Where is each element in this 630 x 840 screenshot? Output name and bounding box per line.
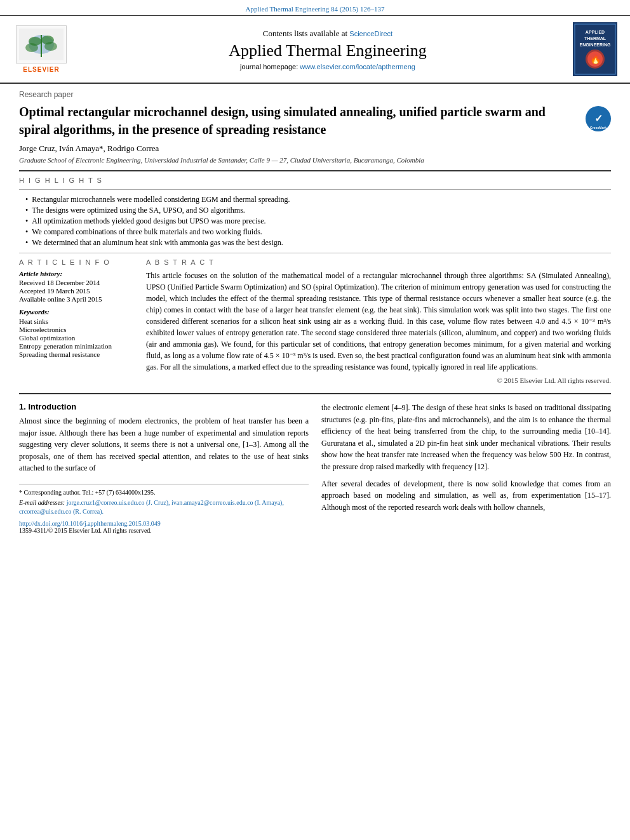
svg-text:APPLIED: APPLIED (586, 30, 605, 34)
abstract-heading: A B S T R A C T (146, 258, 611, 266)
highlight-item-2: The designs were optimized using the SA,… (25, 206, 611, 215)
article-info-col: A R T I C L E I N F O Article history: R… (19, 258, 133, 384)
intro-paragraph-3: After several decades of development, th… (321, 478, 611, 514)
abstract-text: This article focuses on the solution of … (146, 270, 611, 373)
footnote-email-label: E-mail addresses: (19, 499, 65, 506)
highlights-top-divider (19, 189, 611, 190)
abstract-col: A B S T R A C T This article focuses on … (146, 258, 611, 384)
journal-ref-text: Applied Thermal Engineering 84 (2015) 12… (246, 5, 385, 13)
svg-text:THERMAL: THERMAL (584, 36, 607, 41)
elsevier-brand-text: ELSEVIER (23, 66, 59, 73)
crossmark-badge: ✓ CrossMark (586, 106, 611, 131)
article-info-heading: A R T I C L E I N F O (19, 258, 133, 266)
keyword-4: Entropy generation minimization (19, 342, 133, 350)
received-date: Received 18 December 2014 (19, 279, 133, 286)
journal-banner: ELSEVIER Contents lists available at Sci… (0, 16, 630, 84)
authors-text: Jorge Cruz, Iván Amaya*, Rodrigo Correa (19, 143, 159, 153)
intro-paragraph-1: Almost since the beginning of modern ele… (19, 415, 309, 474)
section1-title: 1. Introduction (19, 402, 309, 411)
main-content: Research paper Optimal rectangular micro… (0, 84, 630, 540)
keyword-1: Heat sinks (19, 317, 133, 325)
journal-title: Applied Thermal Engineering (83, 41, 573, 60)
abstract-body-divider (19, 393, 611, 394)
keywords-section: Keywords: Heat sinks Microelectronics Gl… (19, 308, 133, 358)
body-section: 1. Introduction Almost since the beginni… (19, 402, 611, 534)
homepage-url[interactable]: www.elsevier.com/locate/apthermeng (300, 63, 415, 70)
doi-section: http://dx.doi.org/10.1016/j.applthermale… (19, 520, 309, 534)
svg-text:ENGINEERING: ENGINEERING (579, 43, 611, 47)
authors-line: Jorge Cruz, Iván Amaya*, Rodrigo Correa (19, 143, 611, 154)
paper-title-area: Optimal rectangular microchannel design,… (19, 103, 611, 138)
intro-paragraph-2: the electronic element [4–9]. The design… (321, 402, 611, 473)
available-date: Available online 3 April 2015 (19, 295, 133, 303)
crossmark-icon: ✓ CrossMark (586, 106, 611, 131)
homepage-label: journal homepage: (240, 63, 298, 70)
banner-center: Contents lists available at ScienceDirec… (83, 29, 573, 70)
copyright-line: © 2015 Elsevier Ltd. All rights reserved… (146, 377, 611, 384)
contents-line: Contents lists available at ScienceDirec… (83, 29, 573, 39)
highlight-item-3: All optimization methods yielded good de… (25, 217, 611, 226)
article-history-label: Article history: (19, 270, 133, 277)
keyword-2: Microelectronics (19, 326, 133, 333)
title-divider (19, 170, 611, 171)
svg-point-6 (44, 42, 57, 51)
doi-link[interactable]: http://dx.doi.org/10.1016/j.applthermale… (19, 520, 309, 527)
body-left-col: 1. Introduction Almost since the beginni… (19, 402, 309, 534)
affiliation-text: Graduate School of Electronic Engineerin… (19, 156, 611, 164)
homepage-line: journal homepage: www.elsevier.com/locat… (83, 63, 573, 70)
footnote-section: * Corresponding author. Tel.: +57 (7) 63… (19, 484, 309, 516)
paper-type-label: Research paper (19, 90, 611, 99)
journal-reference: Applied Thermal Engineering 84 (2015) 12… (0, 0, 630, 16)
highlight-item-5: We determined that an aluminum heat sink… (25, 238, 611, 248)
keywords-label: Keywords: (19, 308, 133, 316)
footnote-corresponding: * Corresponding author. Tel.: +57 (7) 63… (19, 488, 309, 497)
footnote-email-line: E-mail addresses: jorge.cruz1@correo.uis… (19, 498, 309, 516)
highlight-item-4: We compared combinations of three bulk m… (25, 227, 611, 237)
doi-url[interactable]: http://dx.doi.org/10.1016/j.applthermale… (19, 520, 161, 527)
contents-label: Contents lists available at (263, 29, 347, 38)
highlights-heading: H I G H L I G H T S (19, 177, 611, 184)
svg-text:CrossMark: CrossMark (590, 126, 607, 130)
keyword-5: Spreading thermal resistance (19, 350, 133, 358)
elsevier-logo-image (16, 25, 67, 63)
accepted-date: Accepted 19 March 2015 (19, 287, 133, 295)
journal-thumbnail-image: APPLIED THERMAL ENGINEERING 🔥 (573, 22, 617, 76)
highlight-item-1: Rectangular microchannels were modelled … (25, 195, 611, 204)
keyword-3: Global optimization (19, 334, 133, 342)
highlights-bottom-divider (19, 253, 611, 253)
info-abstract-columns: A R T I C L E I N F O Article history: R… (19, 258, 611, 384)
issn-text: 1359-4311/© 2015 Elsevier Ltd. All right… (19, 527, 309, 534)
sciencedirect-link[interactable]: ScienceDirect (349, 30, 392, 37)
svg-point-5 (25, 43, 38, 52)
highlights-list: Rectangular microchannels were modelled … (19, 195, 611, 248)
body-right-col: the electronic element [4–9]. The design… (321, 402, 611, 534)
paper-title: Optimal rectangular microchannel design,… (19, 103, 576, 138)
elsevier-logo-area: ELSEVIER (13, 25, 70, 73)
svg-text:✓: ✓ (594, 113, 603, 124)
svg-text:🔥: 🔥 (590, 54, 601, 65)
